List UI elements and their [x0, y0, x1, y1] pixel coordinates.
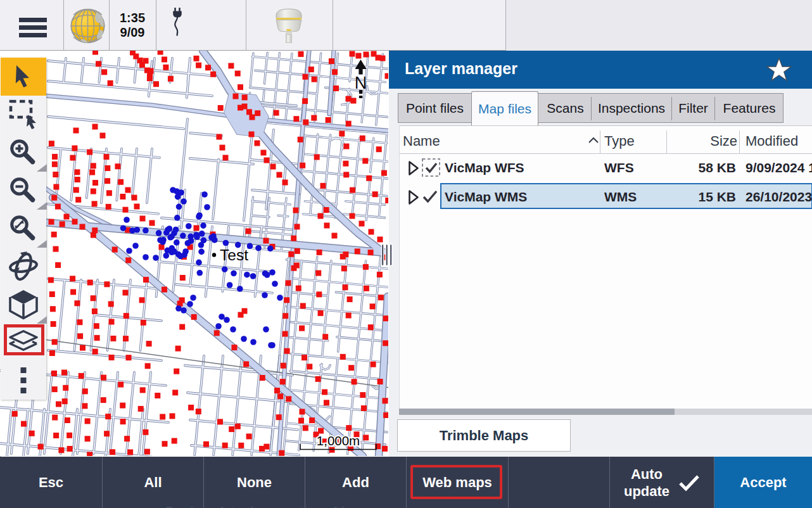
svg-text:Test: Test — [220, 246, 248, 264]
svg-text:N: N — [355, 73, 367, 92]
svg-text:1,000m: 1,000m — [317, 433, 360, 448]
